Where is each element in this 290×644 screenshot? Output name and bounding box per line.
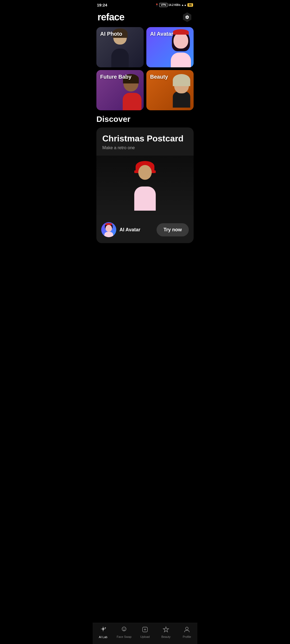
settings-hexagon-icon xyxy=(182,12,192,22)
discover-card-visual xyxy=(96,156,194,217)
discover-section: Discover Christmas Postcard Make a retro… xyxy=(93,115,197,247)
ai-photo-card[interactable]: AI Photo xyxy=(96,27,144,67)
battery-indicator: 66 xyxy=(187,3,193,7)
discover-avatar xyxy=(101,222,116,237)
ai-avatar-card[interactable]: AI Avatar xyxy=(146,27,194,67)
status-bar: 19:24 📍 VPN 14.2 KB/s ▲▲ 66 xyxy=(93,0,197,9)
discover-card-content: Christmas Postcard Make a retro one xyxy=(96,127,194,156)
vpn-badge: VPN xyxy=(159,3,168,7)
discover-title: Discover xyxy=(96,115,194,124)
app-title: reface xyxy=(97,12,124,23)
discover-avatar-row: AI Avatar xyxy=(101,222,140,237)
beauty-label: Beauty xyxy=(150,74,168,80)
feature-cards-grid: AI Photo AI Avatar Future Baby Beauty xyxy=(93,27,197,115)
discover-card[interactable]: Christmas Postcard Make a retro one xyxy=(96,127,194,243)
speed-indicator: 14.2 KB/s xyxy=(168,3,180,6)
ai-photo-label: AI Photo xyxy=(100,31,122,37)
try-now-button[interactable]: Try now xyxy=(157,223,189,236)
beauty-card[interactable]: Beauty xyxy=(146,70,194,110)
discover-avatar-label: AI Avatar xyxy=(119,227,140,233)
status-indicators: 📍 VPN 14.2 KB/s ▲▲ 66 xyxy=(155,3,193,7)
future-baby-label: Future Baby xyxy=(100,74,132,80)
app-header: reface xyxy=(93,9,197,27)
settings-button[interactable] xyxy=(182,12,193,23)
status-time: 19:24 xyxy=(97,3,107,7)
discover-card-footer: AI Avatar Try now xyxy=(96,217,194,243)
discover-card-subtitle: Make a retro one xyxy=(102,145,188,150)
ai-avatar-label: AI Avatar xyxy=(150,31,173,37)
location-icon: 📍 xyxy=(155,3,158,6)
discover-card-title: Christmas Postcard xyxy=(102,134,188,143)
network-indicator: ▲▲ xyxy=(181,3,187,6)
future-baby-card[interactable]: Future Baby xyxy=(96,70,144,110)
